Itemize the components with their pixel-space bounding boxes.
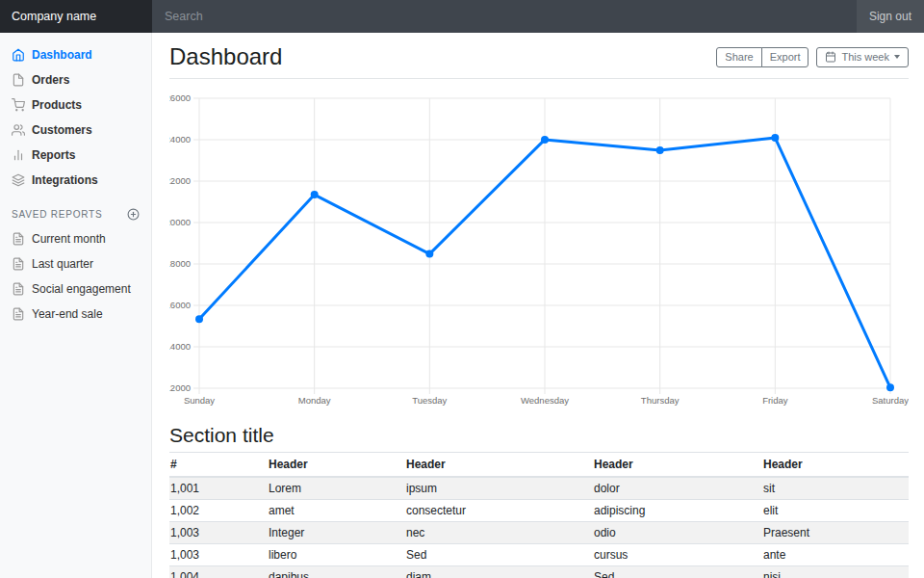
- export-button[interactable]: Export: [761, 47, 809, 67]
- chart-point: [656, 146, 664, 154]
- sidebar-item-dashboard[interactable]: Dashboard: [0, 42, 151, 67]
- search-input[interactable]: [152, 0, 857, 33]
- table-cell: odio: [593, 522, 762, 544]
- saved-reports-list: Current monthLast quarterSocial engageme…: [0, 226, 151, 327]
- sidebar-item-label: Reports: [32, 149, 75, 162]
- file-icon: [12, 73, 25, 87]
- main-content: Dashboard Share Export This week 1200014…: [152, 33, 924, 578]
- table-cell: Lorem: [268, 477, 405, 500]
- top-navbar: Company name Sign out: [0, 0, 924, 33]
- x-tick-label: Saturday: [872, 395, 909, 406]
- y-tick-label: 12000: [169, 382, 191, 393]
- table-cell: ipsum: [405, 477, 593, 500]
- column-header: Header: [762, 453, 909, 478]
- table-cell: amet: [268, 500, 405, 522]
- sidebar-item-label: Dashboard: [32, 49, 92, 62]
- sidebar-item-label: Integrations: [32, 174, 98, 187]
- saved-report-label: Social engagement: [32, 283, 131, 296]
- saved-report-label: Current month: [32, 233, 106, 246]
- table-cell: cursus: [593, 544, 762, 566]
- table-container: #HeaderHeaderHeaderHeader 1,001Loremipsu…: [169, 452, 909, 578]
- saved-report-label: Last quarter: [32, 258, 93, 271]
- y-tick-label: 22000: [169, 175, 191, 186]
- table-cell: 1,003: [169, 522, 268, 544]
- table-cell: Integer: [268, 522, 405, 544]
- table-cell: Sed: [405, 544, 593, 566]
- x-tick-label: Monday: [298, 395, 331, 406]
- table-cell: libero: [268, 544, 405, 566]
- column-header: Header: [593, 453, 762, 478]
- table-cell: consectetur: [405, 500, 593, 522]
- sidebar-item-label: Customers: [32, 124, 92, 137]
- table-cell: 1,003: [169, 544, 268, 566]
- brand-link[interactable]: Company name: [0, 0, 152, 33]
- x-tick-label: Sunday: [184, 395, 215, 406]
- sidebar-item-reports[interactable]: Reports: [0, 143, 151, 168]
- table-cell: Sed: [593, 566, 762, 578]
- table-cell: Praesent: [762, 522, 909, 544]
- chart-point: [425, 250, 433, 258]
- table-header-row: #HeaderHeaderHeaderHeader: [169, 453, 909, 478]
- chart-point: [771, 134, 779, 142]
- y-tick-label: 26000: [169, 92, 191, 103]
- table-row: 1,003liberoSedcursusante: [169, 544, 909, 566]
- saved-reports-heading: SAVED REPORTS: [12, 209, 103, 220]
- period-dropdown-button[interactable]: This week: [816, 47, 909, 67]
- x-tick-label: Wednesday: [521, 395, 569, 406]
- x-tick-label: Friday: [762, 395, 788, 406]
- table-cell: 1,001: [169, 477, 268, 500]
- layers-icon: [12, 173, 25, 187]
- weekly-line-chart: 1200014000160001800020000220002400026000…: [169, 90, 909, 407]
- saved-report-year-end-sale[interactable]: Year-end sale: [0, 302, 151, 327]
- sidebar-item-label: Products: [32, 99, 82, 112]
- table-row: 1,004dapibusdiamSednisi: [169, 566, 909, 578]
- sidebar-nav: DashboardOrdersProductsCustomersReportsI…: [0, 42, 151, 193]
- chart-point: [541, 136, 549, 144]
- saved-report-current-month[interactable]: Current month: [0, 226, 151, 251]
- table-cell: dapibus: [268, 566, 405, 578]
- saved-report-social-engagement[interactable]: Social engagement: [0, 276, 151, 302]
- calendar-icon: [825, 51, 836, 63]
- sidebar-item-orders[interactable]: Orders: [0, 67, 151, 92]
- table-cell: nisi: [762, 566, 909, 578]
- table-cell: adipiscing: [593, 500, 762, 522]
- chart-point: [195, 315, 203, 323]
- y-tick-label: 18000: [169, 258, 191, 269]
- saved-report-last-quarter[interactable]: Last quarter: [0, 251, 151, 276]
- sidebar-item-products[interactable]: Products: [0, 92, 151, 118]
- y-tick-label: 16000: [169, 300, 191, 310]
- y-tick-label: 14000: [169, 341, 191, 352]
- table-cell: ante: [762, 544, 909, 566]
- sidebar-item-customers[interactable]: Customers: [0, 118, 151, 143]
- y-tick-label: 24000: [169, 134, 191, 144]
- shopping-cart-icon: [12, 98, 25, 112]
- x-tick-label: Tuesday: [412, 395, 447, 406]
- file-text-icon: [12, 232, 25, 246]
- table-cell: elit: [762, 500, 909, 522]
- plus-circle-icon[interactable]: [127, 208, 140, 221]
- table-cell: diam: [405, 566, 593, 578]
- home-icon: [12, 48, 25, 62]
- column-header: Header: [268, 453, 405, 478]
- table-row: 1,003IntegernecodioPraesent: [169, 522, 909, 544]
- table-row: 1,002ametconsecteturadipiscingelit: [169, 500, 909, 522]
- table-cell: dolor: [593, 477, 762, 500]
- table-cell: 1,002: [169, 500, 268, 522]
- column-header: #: [169, 453, 268, 478]
- page-header: Dashboard Share Export This week: [169, 33, 909, 79]
- period-label: This week: [841, 51, 889, 64]
- table-row: 1,001Loremipsumdolorsit: [169, 477, 909, 500]
- table-cell: nec: [405, 522, 593, 544]
- file-text-icon: [12, 257, 25, 271]
- data-table: #HeaderHeaderHeaderHeader 1,001Loremipsu…: [169, 452, 909, 578]
- share-button[interactable]: Share: [716, 47, 761, 67]
- share-export-group: Share Export: [716, 47, 808, 67]
- sign-out-button[interactable]: Sign out: [857, 0, 924, 33]
- table-cell: sit: [762, 477, 909, 500]
- sidebar-item-integrations[interactable]: Integrations: [0, 168, 151, 193]
- users-icon: [12, 123, 25, 137]
- table-cell: 1,004: [169, 566, 268, 578]
- file-text-icon: [12, 282, 25, 296]
- caret-down-icon: [894, 55, 900, 59]
- sidebar-item-label: Orders: [32, 74, 69, 87]
